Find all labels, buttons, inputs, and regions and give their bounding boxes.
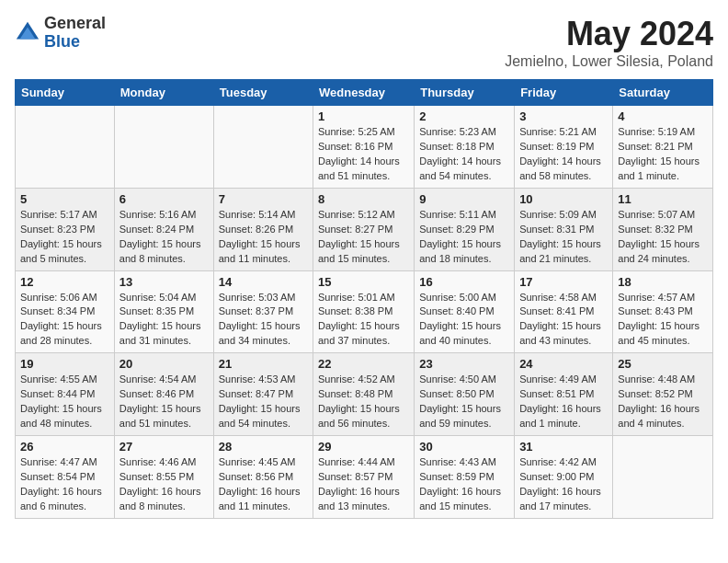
day-info: Sunrise: 5:09 AMSunset: 8:31 PMDaylight:… (519, 208, 608, 267)
day-number: 22 (318, 357, 409, 371)
day-number: 16 (419, 275, 509, 289)
day-info: Sunrise: 4:42 AMSunset: 9:00 PMDaylight:… (519, 455, 608, 514)
day-number: 15 (318, 275, 409, 289)
calendar-cell: 30Sunrise: 4:43 AMSunset: 8:59 PMDayligh… (415, 436, 515, 519)
day-info: Sunrise: 5:25 AMSunset: 8:16 PMDaylight:… (318, 125, 409, 184)
day-info: Sunrise: 5:01 AMSunset: 8:38 PMDaylight:… (318, 291, 409, 350)
calendar-week-row: 12Sunrise: 5:06 AMSunset: 8:34 PMDayligh… (16, 270, 713, 353)
calendar-cell: 28Sunrise: 4:45 AMSunset: 8:56 PMDayligh… (213, 436, 313, 519)
calendar-cell: 6Sunrise: 5:16 AMSunset: 8:24 PMDaylight… (114, 188, 213, 270)
calendar-day-header: Saturday (613, 80, 713, 106)
calendar-cell: 24Sunrise: 4:49 AMSunset: 8:51 PMDayligh… (515, 353, 613, 436)
calendar-cell: 29Sunrise: 4:44 AMSunset: 8:57 PMDayligh… (313, 436, 415, 519)
calendar-cell: 27Sunrise: 4:46 AMSunset: 8:55 PMDayligh… (114, 436, 213, 519)
calendar-header-row: SundayMondayTuesdayWednesdayThursdayFrid… (16, 80, 713, 106)
day-info: Sunrise: 5:23 AMSunset: 8:18 PMDaylight:… (419, 125, 509, 184)
day-info: Sunrise: 4:49 AMSunset: 8:51 PMDaylight:… (519, 373, 608, 431)
calendar-cell: 21Sunrise: 4:53 AMSunset: 8:47 PMDayligh… (213, 353, 313, 436)
day-number: 12 (20, 275, 109, 289)
calendar-day-header: Tuesday (213, 80, 313, 106)
day-info: Sunrise: 5:12 AMSunset: 8:27 PMDaylight:… (318, 208, 409, 267)
calendar-week-row: 1Sunrise: 5:25 AMSunset: 8:16 PMDaylight… (16, 106, 713, 189)
calendar-cell: 31Sunrise: 4:42 AMSunset: 9:00 PMDayligh… (515, 436, 613, 519)
day-number: 5 (20, 192, 109, 206)
day-number: 9 (419, 192, 509, 206)
day-info: Sunrise: 5:21 AMSunset: 8:19 PMDaylight:… (519, 125, 608, 184)
calendar-cell: 17Sunrise: 4:58 AMSunset: 8:41 PMDayligh… (515, 270, 613, 353)
day-info: Sunrise: 4:55 AMSunset: 8:44 PMDaylight:… (20, 373, 109, 431)
day-info: Sunrise: 5:04 AMSunset: 8:35 PMDaylight:… (119, 291, 209, 350)
calendar-cell: 19Sunrise: 4:55 AMSunset: 8:44 PMDayligh… (16, 353, 115, 436)
day-number: 20 (119, 357, 209, 371)
day-info: Sunrise: 4:43 AMSunset: 8:59 PMDaylight:… (419, 455, 509, 514)
logo-text: General Blue (44, 15, 106, 52)
calendar-cell: 13Sunrise: 5:04 AMSunset: 8:35 PMDayligh… (114, 270, 213, 353)
day-info: Sunrise: 4:45 AMSunset: 8:56 PMDaylight:… (219, 455, 308, 514)
day-number: 29 (318, 440, 409, 454)
calendar-cell (613, 436, 713, 519)
day-info: Sunrise: 4:47 AMSunset: 8:54 PMDaylight:… (20, 455, 109, 514)
calendar-week-row: 26Sunrise: 4:47 AMSunset: 8:54 PMDayligh… (16, 436, 713, 519)
calendar-cell (16, 106, 115, 189)
day-info: Sunrise: 5:16 AMSunset: 8:24 PMDaylight:… (119, 208, 209, 267)
day-number: 10 (519, 192, 608, 206)
calendar-cell: 8Sunrise: 5:12 AMSunset: 8:27 PMDaylight… (313, 188, 415, 270)
calendar-cell: 12Sunrise: 5:06 AMSunset: 8:34 PMDayligh… (16, 270, 115, 353)
day-info: Sunrise: 4:58 AMSunset: 8:41 PMDaylight:… (519, 291, 608, 350)
calendar-day-header: Thursday (415, 80, 515, 106)
day-number: 17 (519, 275, 608, 289)
day-info: Sunrise: 5:06 AMSunset: 8:34 PMDaylight:… (20, 291, 109, 350)
day-info: Sunrise: 4:57 AMSunset: 8:43 PMDaylight:… (618, 291, 708, 350)
calendar-cell: 1Sunrise: 5:25 AMSunset: 8:16 PMDaylight… (313, 106, 415, 189)
day-number: 6 (119, 192, 209, 206)
day-number: 18 (618, 275, 708, 289)
logo: General Blue (15, 15, 106, 52)
calendar-cell: 5Sunrise: 5:17 AMSunset: 8:23 PMDaylight… (16, 188, 115, 270)
calendar-cell: 9Sunrise: 5:11 AMSunset: 8:29 PMDaylight… (415, 188, 515, 270)
day-info: Sunrise: 4:52 AMSunset: 8:48 PMDaylight:… (318, 373, 409, 431)
day-number: 3 (519, 109, 608, 123)
day-number: 24 (519, 357, 608, 371)
calendar-table: SundayMondayTuesdayWednesdayThursdayFrid… (15, 79, 713, 519)
day-number: 26 (20, 440, 109, 454)
calendar-cell: 2Sunrise: 5:23 AMSunset: 8:18 PMDaylight… (415, 106, 515, 189)
calendar-day-header: Wednesday (313, 80, 415, 106)
calendar-cell: 3Sunrise: 5:21 AMSunset: 8:19 PMDaylight… (515, 106, 613, 189)
day-info: Sunrise: 4:48 AMSunset: 8:52 PMDaylight:… (618, 373, 708, 431)
logo-blue-text: Blue (44, 33, 106, 52)
calendar-cell: 15Sunrise: 5:01 AMSunset: 8:38 PMDayligh… (313, 270, 415, 353)
day-number: 14 (219, 275, 308, 289)
logo-general-text: General (44, 15, 106, 33)
calendar-cell: 26Sunrise: 4:47 AMSunset: 8:54 PMDayligh… (16, 436, 115, 519)
day-number: 2 (419, 109, 509, 123)
calendar-week-row: 5Sunrise: 5:17 AMSunset: 8:23 PMDaylight… (16, 188, 713, 270)
day-number: 8 (318, 192, 409, 206)
month-title: May 2024 (505, 15, 713, 53)
calendar-cell: 10Sunrise: 5:09 AMSunset: 8:31 PMDayligh… (515, 188, 613, 270)
day-info: Sunrise: 4:46 AMSunset: 8:55 PMDaylight:… (119, 455, 209, 514)
day-number: 21 (219, 357, 308, 371)
day-number: 30 (419, 440, 509, 454)
day-info: Sunrise: 5:11 AMSunset: 8:29 PMDaylight:… (419, 208, 509, 267)
page-header: General Blue May 2024 Jemielno, Lower Si… (15, 15, 713, 70)
day-number: 13 (119, 275, 209, 289)
day-number: 25 (618, 357, 708, 371)
day-info: Sunrise: 4:53 AMSunset: 8:47 PMDaylight:… (219, 373, 308, 431)
day-info: Sunrise: 4:44 AMSunset: 8:57 PMDaylight:… (318, 455, 409, 514)
calendar-cell: 11Sunrise: 5:07 AMSunset: 8:32 PMDayligh… (613, 188, 713, 270)
calendar-cell (114, 106, 213, 189)
calendar-cell: 14Sunrise: 5:03 AMSunset: 8:37 PMDayligh… (213, 270, 313, 353)
day-number: 4 (618, 109, 708, 123)
calendar-day-header: Monday (114, 80, 213, 106)
day-number: 28 (219, 440, 308, 454)
calendar-cell: 4Sunrise: 5:19 AMSunset: 8:21 PMDaylight… (613, 106, 713, 189)
day-number: 11 (618, 192, 708, 206)
calendar-cell (213, 106, 313, 189)
logo-icon (15, 20, 40, 46)
title-block: May 2024 Jemielno, Lower Silesia, Poland (505, 15, 713, 70)
calendar-cell: 22Sunrise: 4:52 AMSunset: 8:48 PMDayligh… (313, 353, 415, 436)
calendar-cell: 25Sunrise: 4:48 AMSunset: 8:52 PMDayligh… (613, 353, 713, 436)
day-info: Sunrise: 5:14 AMSunset: 8:26 PMDaylight:… (219, 208, 308, 267)
calendar-week-row: 19Sunrise: 4:55 AMSunset: 8:44 PMDayligh… (16, 353, 713, 436)
day-number: 7 (219, 192, 308, 206)
